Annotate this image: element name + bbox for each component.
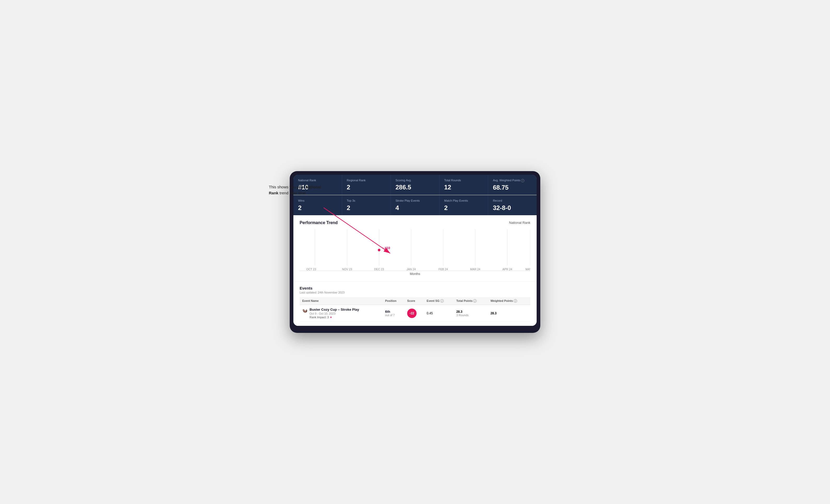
stat-wins: Wins 2 xyxy=(293,195,342,215)
stat-top3s: Top 3s 2 xyxy=(342,195,391,215)
th-event-sg: Event SG i xyxy=(424,297,454,305)
th-position: Position xyxy=(383,297,405,305)
svg-text:MAR 24: MAR 24 xyxy=(470,268,480,271)
stat-national-rank-label: National Rank xyxy=(298,178,337,182)
stat-stroke-play-value: 4 xyxy=(395,204,435,211)
stat-top3s-value: 2 xyxy=(347,204,386,211)
th-weighted-points: Weighted Points i xyxy=(488,297,530,305)
page-wrapper: This shows you your National Rank trend … xyxy=(272,171,558,333)
stats-row-2: Wins 2 Top 3s 2 Stroke Play Events 4 Mat… xyxy=(293,195,537,215)
stat-match-play: Match Play Events 2 xyxy=(440,195,488,215)
stat-avg-weighted-points-label: Avg. Weighted Points i xyxy=(493,178,532,182)
stat-scoring-avg-label: Scoring Avg. xyxy=(395,178,435,182)
performance-header: Performance Trend National Rank xyxy=(300,221,530,225)
event-weighted-points-cell: 28.3 xyxy=(488,305,530,322)
stat-stroke-play-label: Stroke Play Events xyxy=(395,199,435,202)
events-last-updated: Last updated: 24th November 2023 xyxy=(300,291,530,294)
annotation-text-after: trend over time xyxy=(279,191,306,195)
svg-text:DEC 23: DEC 23 xyxy=(374,268,384,271)
th-event-name: Event Name xyxy=(300,297,383,305)
stat-avg-weighted-points-value: 68.75 xyxy=(493,184,532,191)
stat-record-label: Record xyxy=(493,199,532,202)
table-row: 🦦 Buster Cozy Cup – Stroke Play Oct 9 - … xyxy=(300,305,530,322)
stat-scoring-avg: Scoring Avg. 286.5 xyxy=(391,175,439,195)
stat-total-rounds: Total Rounds 12 xyxy=(440,175,488,195)
svg-text:MAY 24: MAY 24 xyxy=(525,268,530,271)
stat-record-value: 32-8-0 xyxy=(493,204,532,211)
rank-impact: Rank Impact: 3 ▼ xyxy=(310,316,359,319)
event-details: Buster Cozy Cup – Stroke Play Oct 9 - Oc… xyxy=(310,308,359,319)
stat-wins-value: 2 xyxy=(298,204,337,211)
stat-regional-rank: Regional Rank 2 xyxy=(342,175,391,195)
stat-regional-rank-value: 2 xyxy=(347,183,386,191)
svg-text:FEB 24: FEB 24 xyxy=(439,268,448,271)
annotation: This shows you your National Rank trend … xyxy=(269,184,326,196)
stat-stroke-play: Stroke Play Events 4 xyxy=(391,195,439,215)
chart-svg: • #10 OCT 23 NOV 23 DEC 23 JAN 24 FEB 24… xyxy=(300,229,530,271)
event-date: Oct 9 - Oct 10, 2023 xyxy=(310,312,359,315)
svg-text:JAN 24: JAN 24 xyxy=(407,268,416,271)
events-table: Event Name Position Score Event SG i xyxy=(300,297,530,322)
tablet-screen: National Rank #10 Regional Rank 2 Scorin… xyxy=(293,175,537,326)
event-score-cell: -22 xyxy=(405,305,424,322)
event-name-cell: 🦦 Buster Cozy Cup – Stroke Play Oct 9 - … xyxy=(300,305,383,322)
th-score: Score xyxy=(405,297,424,305)
event-position: 6th xyxy=(385,310,402,313)
event-total-points-sub: 3 Rounds xyxy=(456,313,485,317)
stat-regional-rank-label: Regional Rank xyxy=(347,178,386,182)
tablet-device: National Rank #10 Regional Rank 2 Scorin… xyxy=(290,171,540,333)
rank-impact-arrow-icon: ▼ xyxy=(330,316,332,319)
stat-wins-label: Wins xyxy=(298,199,337,202)
events-title: Events xyxy=(300,286,530,290)
performance-section: Performance Trend National Rank xyxy=(293,215,537,281)
info-icon-event-sg: i xyxy=(440,299,444,303)
info-icon-avg-weighted: i xyxy=(521,179,524,182)
stat-total-rounds-label: Total Rounds xyxy=(444,178,483,182)
performance-subtitle: National Rank xyxy=(509,221,530,225)
th-total-points: Total Points i xyxy=(454,297,488,305)
svg-point-10 xyxy=(378,248,381,251)
stat-top3s-label: Top 3s xyxy=(347,199,386,202)
events-table-header-row: Event Name Position Score Event SG i xyxy=(300,297,530,305)
svg-text:• #10: • #10 xyxy=(382,246,390,250)
svg-text:OCT 23: OCT 23 xyxy=(306,268,316,271)
performance-chart: • #10 OCT 23 NOV 23 DEC 23 JAN 24 FEB 24… xyxy=(300,229,530,271)
event-name-text: Buster Cozy Cup – Stroke Play xyxy=(310,308,359,311)
event-score-badge: -22 xyxy=(407,309,417,318)
event-position-cell: 6th out of 7 xyxy=(383,305,405,322)
events-table-head: Event Name Position Score Event SG i xyxy=(300,297,530,305)
event-position-sub: out of 7 xyxy=(385,313,402,317)
svg-text:NOV 23: NOV 23 xyxy=(342,268,352,271)
event-weighted-points-value: 28.3 xyxy=(490,311,497,315)
event-total-points-cell: 28.3 3 Rounds xyxy=(454,305,488,322)
stat-match-play-value: 2 xyxy=(444,204,483,211)
info-icon-weighted-points: i xyxy=(514,299,517,303)
performance-title: Performance Trend xyxy=(300,221,338,225)
annotation-text-before: This shows you your xyxy=(269,185,306,189)
stats-row-1: National Rank #10 Regional Rank 2 Scorin… xyxy=(293,175,537,195)
stat-scoring-avg-value: 286.5 xyxy=(395,183,435,191)
event-name-content: 🦦 Buster Cozy Cup – Stroke Play Oct 9 - … xyxy=(302,308,380,319)
stat-total-rounds-value: 12 xyxy=(444,183,483,191)
events-table-body: 🦦 Buster Cozy Cup – Stroke Play Oct 9 - … xyxy=(300,305,530,322)
event-sg-cell: 0.45 xyxy=(424,305,454,322)
event-icon: 🦦 xyxy=(302,308,308,313)
svg-text:APR 24: APR 24 xyxy=(503,268,512,271)
events-section: Events Last updated: 24th November 2023 … xyxy=(293,281,537,326)
months-label: Months xyxy=(300,272,530,279)
stat-avg-weighted-points: Avg. Weighted Points i 68.75 xyxy=(488,175,537,195)
info-icon-total-points: i xyxy=(473,299,477,303)
stat-record: Record 32-8-0 xyxy=(488,195,537,215)
event-sg-value: 0.45 xyxy=(427,311,433,315)
stat-match-play-label: Match Play Events xyxy=(444,199,483,202)
event-total-points-value: 28.3 xyxy=(456,310,485,313)
